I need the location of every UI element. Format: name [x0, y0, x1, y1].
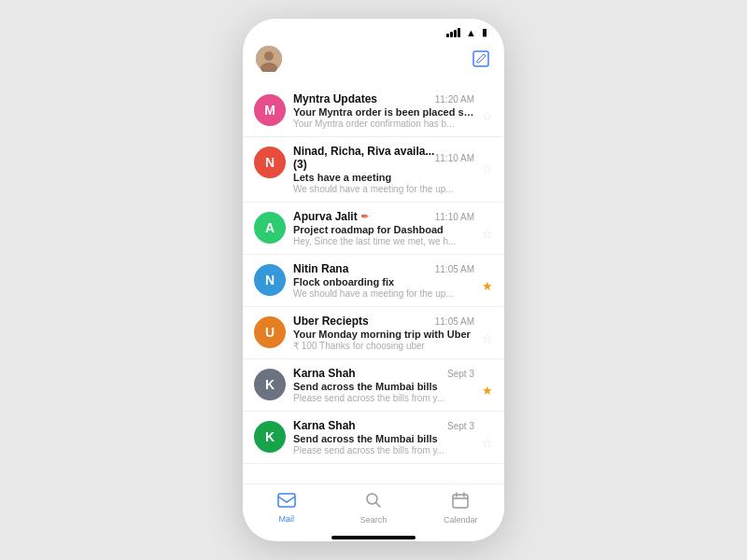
- email-star-area[interactable]: ☆: [482, 145, 493, 175]
- email-top-row: Myntra Updates 11:20 AM: [293, 92, 474, 105]
- inbox-title: [243, 74, 504, 85]
- email-sender: Uber Reciepts: [293, 315, 369, 328]
- email-content: Karna Shah Sept 3 Send across the Mumbai…: [293, 419, 474, 455]
- nav-item-calendar[interactable]: Calendar: [417, 492, 504, 525]
- email-avatar: N: [254, 264, 286, 296]
- wifi-icon: ▲: [466, 27, 476, 38]
- mail-nav-label: Mail: [278, 514, 294, 524]
- email-avatar: K: [254, 421, 286, 453]
- email-list: M Myntra Updates 11:20 AM Your Myntra or…: [243, 85, 504, 483]
- phone-shell: ▲ ▮ M Myntra Updates: [243, 19, 504, 541]
- email-preview: Please send across the bills from y...: [293, 393, 474, 403]
- email-subject: Send across the Mumbai bills: [293, 433, 474, 444]
- calendar-nav-icon: [452, 492, 469, 513]
- svg-line-6: [375, 503, 380, 508]
- email-sender: Apurva Jalit ✏: [293, 210, 369, 223]
- email-time: 11:10 AM: [435, 212, 474, 222]
- svg-rect-4: [278, 494, 295, 507]
- email-top-row: Apurva Jalit ✏ 11:10 AM: [293, 210, 474, 223]
- svg-point-1: [264, 51, 274, 61]
- email-subject: Send across the Mumbai bills: [293, 381, 474, 392]
- email-content: Apurva Jalit ✏ 11:10 AM Project roadmap …: [293, 210, 474, 246]
- email-subject: Lets have a meeting: [293, 172, 474, 183]
- email-top-row: Karna Shah Sept 3: [293, 367, 474, 380]
- email-star-area[interactable]: ☆: [482, 210, 493, 241]
- mail-icon: [277, 493, 296, 508]
- email-item-nitin[interactable]: N Nitin Rana 11:05 AM Flock onboarding f…: [243, 255, 504, 307]
- mail-nav-icon: [277, 493, 296, 512]
- email-time: Sept 3: [447, 421, 474, 431]
- star-icon[interactable]: ☆: [482, 436, 493, 450]
- email-time: 11:10 AM: [435, 153, 474, 163]
- email-content: Myntra Updates 11:20 AM Your Myntra orde…: [293, 92, 474, 129]
- calendar-nav-label: Calendar: [444, 515, 478, 525]
- email-preview: Your Myntra order confirmation has b...: [293, 119, 474, 129]
- email-avatar: M: [254, 94, 286, 126]
- email-time: 11:05 AM: [435, 264, 474, 274]
- email-preview: We should have a meeting for the up...: [293, 288, 474, 299]
- email-content: Nitin Rana 11:05 AM Flock onboarding fix…: [293, 262, 474, 299]
- email-preview: Please send across the bills from y...: [293, 445, 474, 455]
- star-icon[interactable]: ☆: [482, 109, 493, 123]
- search-nav-icon: [365, 492, 382, 513]
- calendar-icon: [452, 492, 469, 509]
- email-content: Ninad, Richa, Riva availa...(3) 11:10 AM…: [293, 145, 474, 194]
- email-content: Uber Reciepts 11:05 AM Your Monday morni…: [293, 315, 474, 351]
- compose-button[interactable]: [471, 49, 491, 69]
- email-sender: Ninad, Richa, Riva availa...(3): [293, 145, 435, 171]
- search-nav-label: Search: [360, 515, 388, 525]
- email-subject: Flock onboarding fix: [293, 276, 474, 287]
- star-icon[interactable]: ☆: [482, 161, 493, 175]
- email-subject: Your Monday morning trip with Uber: [293, 329, 474, 340]
- email-star-area[interactable]: ★: [482, 367, 493, 398]
- header-row: [243, 42, 504, 74]
- email-sender: Karna Shah: [293, 367, 356, 380]
- email-top-row: Ninad, Richa, Riva availa...(3) 11:10 AM: [293, 145, 474, 171]
- email-avatar: N: [254, 147, 286, 178]
- email-top-row: Karna Shah Sept 3: [293, 419, 474, 432]
- email-star-area[interactable]: ☆: [482, 92, 493, 123]
- email-preview: Hey, Since the last time we met, we h...: [293, 236, 474, 246]
- email-top-row: Uber Reciepts 11:05 AM: [293, 315, 474, 328]
- email-top-row: Nitin Rana 11:05 AM: [293, 262, 474, 275]
- email-avatar: K: [254, 369, 286, 400]
- star-icon[interactable]: ☆: [482, 331, 493, 345]
- email-avatar: A: [254, 212, 286, 244]
- email-item-ninad[interactable]: N Ninad, Richa, Riva availa...(3) 11:10 …: [243, 137, 504, 203]
- svg-rect-7: [453, 495, 468, 508]
- email-subject: Project roadmap for Dashboad: [293, 224, 474, 235]
- signal-icon: [446, 28, 460, 37]
- email-time: 11:20 AM: [435, 94, 474, 105]
- email-time: 11:05 AM: [435, 316, 474, 327]
- email-time: Sept 3: [447, 369, 474, 379]
- email-item-karna2[interactable]: K Karna Shah Sept 3 Send across the Mumb…: [243, 412, 504, 464]
- email-item-karna1[interactable]: K Karna Shah Sept 3 Send across the Mumb…: [243, 359, 504, 412]
- email-item-myntra[interactable]: M Myntra Updates 11:20 AM Your Myntra or…: [243, 85, 504, 137]
- edit-icon: ✏: [361, 212, 369, 221]
- bottom-nav: Mail Search Calendar: [243, 483, 504, 536]
- nav-item-mail[interactable]: Mail: [243, 493, 330, 524]
- email-sender: Karna Shah: [293, 419, 356, 432]
- email-item-uber[interactable]: U Uber Reciepts 11:05 AM Your Monday mor…: [243, 307, 504, 359]
- user-avatar[interactable]: [256, 46, 282, 72]
- battery-icon: ▮: [482, 26, 487, 38]
- email-sender: Myntra Updates: [293, 92, 377, 105]
- email-star-area[interactable]: ★: [482, 262, 493, 293]
- home-indicator: [331, 536, 416, 539]
- star-icon[interactable]: ★: [482, 384, 493, 398]
- email-item-apurva[interactable]: A Apurva Jalit ✏ 11:10 AM Project roadma…: [243, 203, 504, 255]
- star-icon[interactable]: ☆: [482, 227, 493, 241]
- email-star-area[interactable]: ☆: [482, 315, 493, 345]
- svg-rect-3: [473, 51, 488, 66]
- email-preview: ₹ 100 Thanks for choosing uber: [293, 341, 474, 351]
- nav-item-search[interactable]: Search: [330, 492, 416, 525]
- email-star-area[interactable]: ☆: [482, 419, 493, 450]
- search-icon: [365, 492, 382, 509]
- email-sender: Nitin Rana: [293, 262, 348, 275]
- email-subject: Your Myntra order is been placed suc...: [293, 106, 474, 118]
- email-content: Karna Shah Sept 3 Send across the Mumbai…: [293, 367, 474, 403]
- status-icons: ▲ ▮: [446, 26, 487, 38]
- status-bar: ▲ ▮: [243, 19, 504, 42]
- email-avatar: U: [254, 316, 286, 348]
- star-icon[interactable]: ★: [482, 279, 493, 293]
